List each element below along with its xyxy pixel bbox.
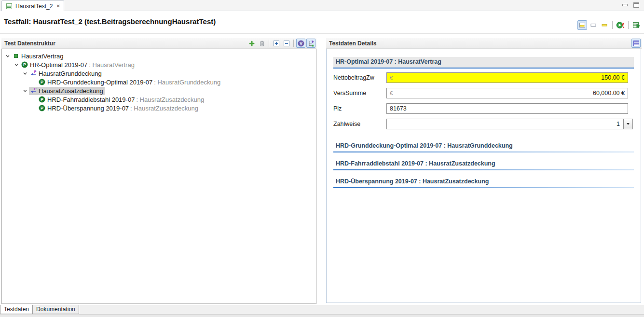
tree-item-label: HRD-Überspannung 2019-07: [47, 105, 129, 112]
svg-text:P: P: [41, 97, 43, 102]
page-title: Testfall: HausratTest_2 (test.Beitragsbe…: [4, 17, 216, 26]
export-test-icon: [632, 21, 641, 29]
collapse-all-button[interactable]: [282, 39, 291, 48]
bottom-scroll-strip[interactable]: [0, 314, 644, 317]
bottom-tab-testdaten[interactable]: Testdaten: [0, 305, 33, 314]
svg-text:V: V: [299, 41, 302, 46]
tree-item-type-suffix: : HausratZusatzdeckung: [136, 96, 204, 103]
form-field-row: VersSumme€60,000.00 €: [333, 88, 634, 98]
view-editor-only-button[interactable]: [589, 20, 598, 30]
expand-all-button[interactable]: [272, 39, 281, 48]
tree-item-type-suffix: : HausratGrunddeckung: [154, 79, 220, 86]
run-test-button[interactable]: [616, 20, 625, 30]
run-test-icon: [616, 21, 625, 29]
toolbar-separator: [612, 21, 613, 29]
section-header[interactable]: HRD-Überspannung 2019-07 : HausratZusatz…: [333, 177, 634, 188]
details-layout-toggle-button[interactable]: [631, 39, 641, 48]
tree-item-type-suffix: : HausratVertrag: [89, 61, 135, 69]
tree-item[interactable]: HausratVertrag: [2, 52, 316, 60]
tree-item-content[interactable]: PHRD-Fahrraddiebstahl 2019-07 : HausratZ…: [38, 96, 206, 104]
tree-item-content[interactable]: PHausratGrunddeckung: [29, 69, 103, 78]
chevron-down-icon[interactable]: [21, 87, 29, 95]
arrow-p-icon: P: [29, 69, 37, 77]
expand-all-icon: [273, 40, 280, 47]
bottom-tabbar: TestdatenDokumentation: [0, 305, 644, 314]
tree-item-label: HRD-Fahrraddiebstahl 2019-07: [47, 96, 135, 103]
view-editor-only-icon: [590, 22, 597, 28]
tree-item-content[interactable]: PHR-Optimal 2019-07 : HausratVertrag: [20, 61, 136, 69]
details-table-icon: [633, 40, 640, 47]
tree-item-content[interactable]: PHRD-Überspannung 2019-07 : HausratZusat…: [38, 104, 200, 112]
dropdown-button[interactable]: [623, 119, 632, 129]
minimize-view-icon[interactable]: [622, 4, 628, 6]
green-circle-p-icon: P: [38, 96, 46, 103]
field-input[interactable]: €150.00 €: [386, 72, 628, 83]
tree-item[interactable]: PHR-Optimal 2019-07 : HausratVertrag: [2, 60, 316, 69]
tree-pane-title: Test Datenstruktur: [4, 40, 55, 47]
tree-item-type-suffix: : HausratZusatzdeckung: [130, 105, 198, 112]
tree-item-content[interactable]: HausratVertrag: [12, 52, 65, 60]
tree-item-selected[interactable]: PHausratZusatzdeckung: [29, 87, 105, 95]
tree-item[interactable]: PHausratGrunddeckung: [2, 69, 316, 78]
test-data-tree: HausratVertragPHR-Optimal 2019-07 : Haus…: [1, 49, 316, 304]
chevron-down-icon[interactable]: [4, 52, 12, 60]
add-node-button[interactable]: [247, 39, 256, 48]
field-input[interactable]: €60,000.00 €: [386, 88, 628, 98]
view-form-only-button[interactable]: [600, 20, 609, 30]
toolbar-separator: [628, 21, 629, 29]
tree-item-label: HausratGrunddeckung: [39, 70, 102, 77]
tree-item[interactable]: PHRD-Überspannung 2019-07 : HausratZusat…: [2, 104, 316, 112]
editor-tab-hausrattest2[interactable]: HausratTest_2 ✕: [1, 0, 64, 11]
section-header[interactable]: HR-Optimal 2019-07 : HausratVertrag: [333, 57, 634, 69]
testdata-details-panel: HR-Optimal 2019-07 : HausratVertragNetto…: [326, 49, 641, 303]
delete-node-button[interactable]: [257, 39, 266, 48]
chevron-down-icon[interactable]: [21, 69, 29, 77]
tree-item-label: HausratVertrag: [21, 53, 63, 60]
section-header[interactable]: HRD-Fahrraddiebstahl 2019-07 : HausratZu…: [333, 159, 634, 170]
tree-item-content[interactable]: PHRD-Grunddeckung-Optimal 2019-07 : Haus…: [38, 78, 222, 86]
plus-icon: [248, 40, 256, 47]
green-circle-p-icon: P: [38, 78, 46, 86]
maximize-view-icon[interactable]: [633, 2, 639, 8]
tree-item[interactable]: PHRD-Fahrraddiebstahl 2019-07 : HausratZ…: [2, 95, 316, 104]
green-circle-p-icon: P: [38, 104, 46, 112]
editor-toolbar: [577, 20, 641, 30]
tree-item-label: HausratZusatzdeckung: [39, 87, 103, 95]
bottom-tab-dokumentation[interactable]: Dokumentation: [33, 305, 79, 314]
toolbar-separator: [269, 40, 269, 47]
view-form-only-icon: [601, 22, 608, 28]
field-value: 150.00 €: [393, 74, 625, 81]
editor-tab-label: HausratTest_2: [15, 3, 53, 10]
twistie-spacer: [30, 78, 38, 86]
view-both-button[interactable]: [577, 20, 587, 30]
form-field-row: Zahlweise1: [333, 119, 634, 129]
view-both-icon: [579, 22, 586, 28]
chevron-down-icon[interactable]: [13, 61, 20, 69]
show-values-toggle-button[interactable]: V: [296, 39, 305, 48]
tree-item-label: HRD-Grunddeckung-Optimal 2019-07: [47, 79, 152, 86]
tab-close-icon[interactable]: ✕: [56, 4, 60, 9]
field-value: 1: [387, 121, 623, 127]
values-circle-icon: V: [297, 40, 305, 47]
green-square-icon: [12, 52, 20, 60]
tree-item-label: HR-Optimal 2019-07: [30, 61, 87, 69]
field-input[interactable]: 81673: [386, 103, 628, 114]
green-circle-p-icon: P: [21, 61, 28, 69]
form-field-row: NettobeitragZw€150.00 €: [333, 72, 634, 83]
application-window: HausratTest_2 ✕ Testfall: HausratTest_2 …: [0, 0, 644, 317]
tree-item[interactable]: PHRD-Grunddeckung-Optimal 2019-07 : Haus…: [2, 78, 316, 86]
export-test-button[interactable]: [631, 20, 641, 30]
field-value: 81673: [390, 105, 625, 112]
tree-mode-toggle-button[interactable]: [306, 39, 315, 48]
tree-pane-header: Test Datenstruktur V: [1, 38, 316, 49]
collapse-all-icon: [283, 40, 290, 47]
field-label: NettobeitragZw: [333, 74, 386, 81]
twistie-spacer: [30, 104, 38, 112]
field-input[interactable]: 1: [386, 119, 633, 129]
tree-item[interactable]: PHausratZusatzdeckung: [2, 86, 316, 95]
field-value: 60,000.00 €: [393, 90, 625, 96]
twistie-spacer: [30, 96, 38, 103]
details-pane-title: Testdaten Details: [329, 40, 376, 47]
tree-toolbar: V: [247, 39, 315, 48]
section-header[interactable]: HRD-Grunddeckung-Optimal 2019-07 : Hausr…: [333, 141, 634, 152]
